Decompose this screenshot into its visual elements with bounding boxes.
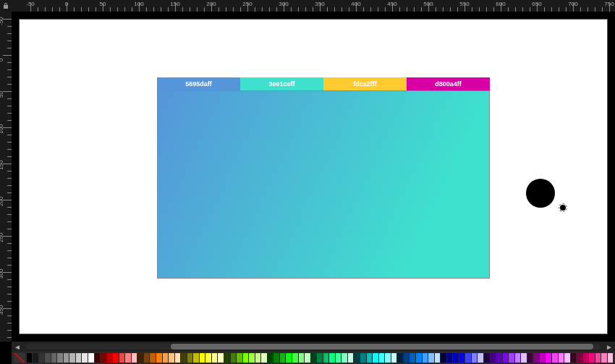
palette-swatch[interactable]	[391, 353, 397, 363]
palette-swatch[interactable]	[521, 353, 527, 363]
palette-swatch[interactable]	[292, 353, 298, 363]
palette-swatch[interactable]	[428, 353, 434, 363]
palette-swatch[interactable]	[218, 353, 224, 363]
palette-swatch[interactable]	[441, 353, 446, 363]
palette-swatch[interactable]	[132, 353, 137, 363]
palette-swatch[interactable]	[193, 353, 199, 363]
palette-swatch[interactable]	[540, 353, 546, 363]
palette-swatch[interactable]	[39, 353, 45, 363]
palette-swatch[interactable]	[379, 353, 385, 363]
palette-swatch[interactable]	[564, 353, 570, 363]
ruler-top[interactable]: -500501001502002503003504004505005506006…	[12, 0, 615, 12]
swatch-3[interactable]: d800a4ff	[407, 77, 490, 90]
swatch-1[interactable]: 3ee1ceff	[240, 77, 323, 90]
palette-none-swatch[interactable]	[14, 353, 25, 363]
palette-swatch[interactable]	[509, 353, 514, 363]
viewport[interactable]: 5695daff3ee1cefffdca2fffd800a4ff	[12, 12, 615, 342]
palette-swatch[interactable]	[33, 353, 38, 363]
palette-swatch[interactable]	[589, 353, 595, 363]
palette-swatch[interactable]	[101, 353, 106, 363]
palette-swatch[interactable]	[478, 353, 483, 363]
palette-swatch[interactable]	[156, 353, 162, 363]
palette-swatch[interactable]	[410, 353, 415, 363]
palette-swatch[interactable]	[27, 353, 33, 363]
palette-swatch[interactable]	[249, 353, 255, 363]
scroll-right-arrow[interactable]: ►	[603, 342, 615, 352]
palette-swatch[interactable]	[354, 353, 360, 363]
palette-swatch[interactable]	[113, 353, 119, 363]
palette-swatch[interactable]	[205, 353, 211, 363]
palette-swatch[interactable]	[237, 353, 242, 363]
palette-swatch[interactable]	[348, 353, 354, 363]
palette-swatch[interactable]	[69, 353, 75, 363]
swatch-0[interactable]: 5695daff	[157, 77, 240, 90]
palette-swatch[interactable]	[224, 353, 230, 363]
palette-swatch[interactable]	[416, 353, 422, 363]
gradient-rect[interactable]	[157, 90, 490, 279]
palette-swatch[interactable]	[82, 353, 88, 363]
palette-swatch[interactable]	[608, 353, 614, 363]
palette-swatch[interactable]	[317, 353, 323, 363]
palette-swatch[interactable]	[144, 353, 150, 363]
palette-swatch[interactable]	[163, 353, 169, 363]
palette-swatch[interactable]	[45, 353, 51, 363]
palette-swatch[interactable]	[484, 353, 490, 363]
palette-swatch[interactable]	[57, 353, 63, 363]
palette-swatch[interactable]	[367, 353, 373, 363]
palette-swatch[interactable]	[311, 353, 317, 363]
palette-swatch[interactable]	[515, 353, 521, 363]
palette-swatch[interactable]	[261, 353, 267, 363]
palette-swatch[interactable]	[342, 353, 347, 363]
palette-swatch[interactable]	[472, 353, 478, 363]
ruler-left[interactable]: -50050100150200250300350400	[0, 12, 12, 342]
swatch-2[interactable]: fdca2fff	[323, 77, 407, 90]
palette-swatch[interactable]	[397, 353, 403, 363]
palette-swatch[interactable]	[51, 353, 57, 363]
scroll-track[interactable]	[26, 344, 601, 350]
circle-object-0[interactable]	[526, 179, 555, 208]
palette-bar[interactable]	[12, 352, 615, 364]
palette-swatch[interactable]	[465, 353, 471, 363]
palette-swatch[interactable]	[200, 353, 205, 363]
palette-swatch[interactable]	[503, 353, 509, 363]
palette-swatch[interactable]	[286, 353, 292, 363]
palette-swatch[interactable]	[577, 353, 582, 363]
palette-swatch[interactable]	[212, 353, 218, 363]
palette-swatch[interactable]	[76, 353, 82, 363]
palette-swatch[interactable]	[533, 353, 539, 363]
palette-swatch[interactable]	[404, 353, 410, 363]
palette-swatch[interactable]	[181, 353, 187, 363]
palette-swatch[interactable]	[373, 353, 378, 363]
palette-swatch[interactable]	[299, 353, 305, 363]
palette-swatch[interactable]	[119, 353, 125, 363]
palette-swatch[interactable]	[187, 353, 193, 363]
horizontal-scrollbar[interactable]: ◄ ►	[12, 342, 615, 352]
palette-swatch[interactable]	[583, 353, 589, 363]
palette-swatch[interactable]	[360, 353, 366, 363]
palette-swatch[interactable]	[268, 353, 273, 363]
circle-object-1[interactable]	[560, 205, 566, 211]
palette-swatch[interactable]	[453, 353, 459, 363]
palette-swatch[interactable]	[169, 353, 174, 363]
palette-swatch[interactable]	[107, 353, 113, 363]
palette-swatch[interactable]	[305, 353, 310, 363]
palette-swatch[interactable]	[595, 353, 601, 363]
palette-swatch[interactable]	[150, 353, 156, 363]
palette-swatch[interactable]	[527, 353, 533, 363]
palette-swatch[interactable]	[447, 353, 453, 363]
palette-swatch[interactable]	[385, 353, 391, 363]
palette-swatch[interactable]	[280, 353, 286, 363]
palette-swatch[interactable]	[175, 353, 181, 363]
palette-swatch[interactable]	[255, 353, 261, 363]
palette-swatch[interactable]	[552, 353, 558, 363]
palette-swatch[interactable]	[546, 353, 551, 363]
palette-swatch[interactable]	[243, 353, 249, 363]
palette-swatch[interactable]	[95, 353, 101, 363]
palette-swatch[interactable]	[435, 353, 441, 363]
palette-swatch[interactable]	[125, 353, 131, 363]
palette-swatch[interactable]	[459, 353, 465, 363]
palette-swatch[interactable]	[496, 353, 502, 363]
palette-swatch[interactable]	[423, 353, 428, 363]
palette-swatch[interactable]	[601, 353, 607, 363]
scroll-thumb[interactable]	[171, 344, 593, 350]
